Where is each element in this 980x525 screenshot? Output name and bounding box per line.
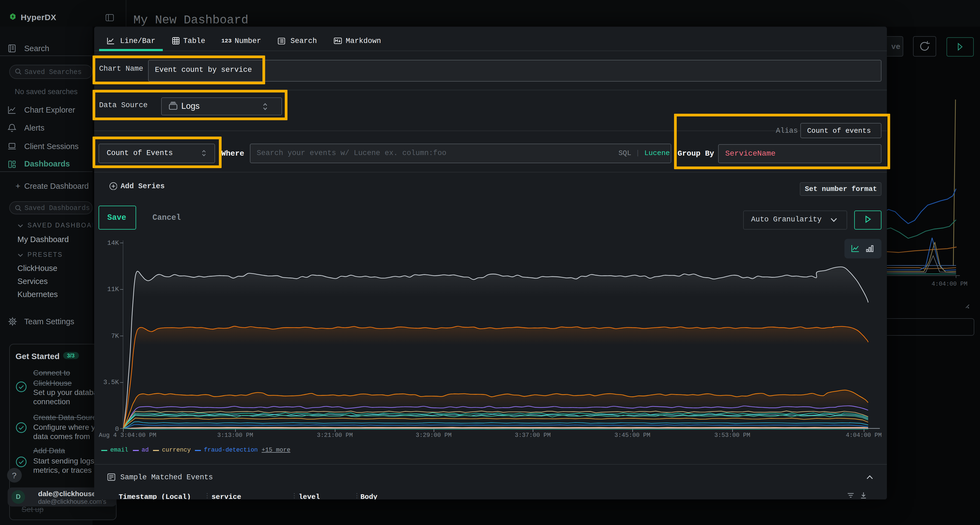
svg-text:4:04:00 PM: 4:04:00 PM — [932, 281, 967, 287]
svg-text:ve: ve — [891, 43, 900, 51]
